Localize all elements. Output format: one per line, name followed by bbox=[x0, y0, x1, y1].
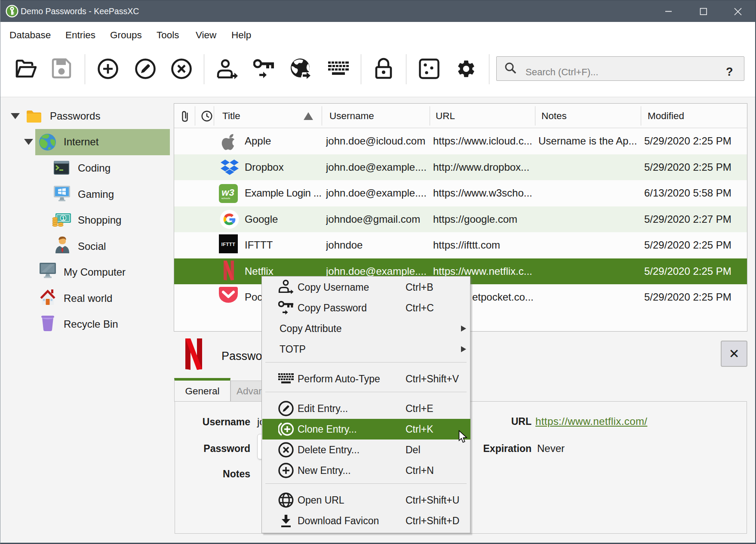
svg-text:w3: w3 bbox=[221, 187, 234, 198]
svg-text:IFTTT: IFTTT bbox=[221, 242, 235, 247]
svg-text:1: 1 bbox=[62, 215, 65, 221]
svg-text:schools: schools bbox=[221, 197, 230, 200]
